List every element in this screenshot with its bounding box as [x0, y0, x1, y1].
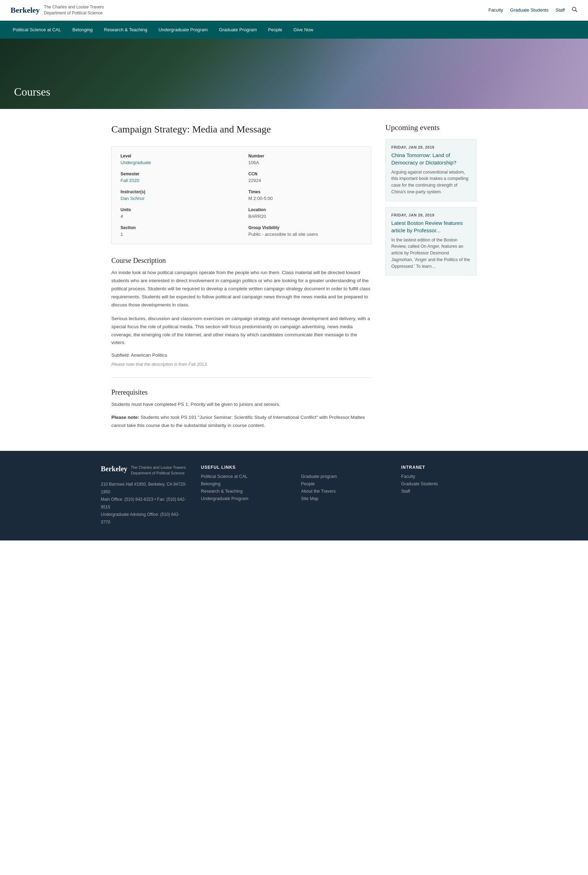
event-title-2[interactable]: Latest Boston Review features article by…: [391, 219, 471, 234]
info-times: Times M 2:00-5:00: [248, 189, 362, 201]
prereq-note: Please note: Students who took PS 191 "J…: [111, 414, 371, 430]
footer-info-col: Berkeley The Charles and Louise Travers …: [101, 465, 187, 526]
units-value: 4: [120, 214, 234, 219]
footer-logo: Berkeley The Charles and Louise Travers …: [101, 465, 187, 476]
instructor-value[interactable]: Dan Schnur: [120, 196, 234, 201]
footer-link-undergrad[interactable]: Undergraduate Program: [201, 496, 287, 501]
footer-intranet: INTRANET Faculty Graduate Students Staff: [401, 465, 487, 526]
nav-people[interactable]: People: [262, 21, 288, 39]
event-date-1: FRIDAY, JAN 29, 2019: [391, 145, 471, 149]
times-value: M 2:00-5:00: [248, 196, 362, 201]
footer-more-links: LINKS Graduate program People About the …: [301, 465, 387, 526]
description-p1: An inside look at how political campaign…: [111, 269, 371, 309]
info-section: Section 1: [120, 225, 234, 237]
ccn-value: 22924: [248, 178, 362, 183]
sidebar-title: Upcoming events: [386, 123, 477, 132]
footer-link-people[interactable]: People: [301, 482, 387, 486]
nav-graduate-program[interactable]: Graduate Program: [213, 21, 262, 39]
info-visibility: Group Visibility Public - accessible to …: [248, 225, 362, 237]
search-icon[interactable]: [572, 7, 578, 14]
course-title: Campaign Strategy: Media and Message: [111, 123, 371, 136]
prereq-section: Prerequisites Students must have complet…: [111, 388, 371, 430]
prereq-heading: Prerequisites: [111, 388, 371, 396]
intranet-title: INTRANET: [401, 465, 487, 470]
footer-link-research[interactable]: Research & Teaching: [201, 489, 287, 494]
number-value: 106A: [248, 160, 362, 165]
nav-belonging[interactable]: Belonging: [67, 21, 98, 39]
prereq-text: Students must have completed PS 1. Prior…: [111, 401, 371, 409]
course-content: Campaign Strategy: Media and Message Lev…: [111, 123, 371, 430]
event-desc-2: In the lastest edition of the Boston Rev…: [391, 237, 471, 270]
hero-section: Courses: [0, 39, 588, 109]
section-divider: [111, 377, 371, 378]
location-value: BARR20: [248, 214, 362, 219]
berkeley-logo: Berkeley: [10, 6, 40, 15]
faculty-link[interactable]: Faculty: [488, 8, 503, 13]
footer-intranet-grad-students[interactable]: Graduate Students: [401, 482, 487, 486]
graduate-students-link[interactable]: Graduate Students: [510, 8, 548, 13]
footer-address: 210 Barrows Hall #1950, Berkeley, CA 947…: [101, 481, 187, 527]
event-title-1[interactable]: China Tomorrow: Land of Democracy or Dic…: [391, 152, 471, 166]
useful-links-title: USEFUL LINKS: [201, 465, 287, 470]
description-p2: Serious lectures, discussion and classro…: [111, 315, 371, 347]
header-logo-area: Berkeley The Charles and Louise Travers …: [10, 4, 104, 16]
info-location: Location BARR20: [248, 207, 362, 219]
footer-link-about[interactable]: About the Travers: [301, 489, 387, 494]
site-header: Berkeley The Charles and Louise Travers …: [0, 0, 588, 21]
department-name: The Charles and Louise Travers Departmen…: [44, 4, 104, 16]
footer-link-belonging[interactable]: Belonging: [201, 482, 287, 486]
nav-research-teaching[interactable]: Research & Teaching: [98, 21, 153, 39]
nav-give-now[interactable]: Give Now: [288, 21, 319, 39]
nav-political-science[interactable]: Political Science at CAL: [7, 21, 67, 39]
info-units: Units 4: [120, 207, 234, 219]
main-nav: Political Science at CAL Belonging Resea…: [0, 21, 588, 39]
svg-point-0: [573, 8, 576, 11]
info-semester: Semester Fall 2020: [120, 171, 234, 183]
level-value[interactable]: Undergraduate: [120, 160, 234, 165]
info-number: Number 106A: [248, 153, 362, 165]
event-date-2: FRIDAY, JAN 29, 2019: [391, 213, 471, 217]
course-info-table: Level Undergraduate Number 106A Semester…: [111, 146, 371, 244]
footer-intranet-staff[interactable]: Staff: [401, 489, 487, 494]
event-desc-1: Arguing against conventional wisdom, thi…: [391, 169, 471, 195]
prereq-note-body: Students who took PS 191 "Junior Seminar…: [111, 415, 365, 428]
description-heading: Course Description: [111, 257, 371, 265]
info-level: Level Undergraduate: [120, 153, 234, 165]
footer-link-sitemap[interactable]: Site Map: [301, 496, 387, 501]
event-card-2: FRIDAY, JAN 29, 2019 Latest Boston Revie…: [386, 207, 477, 276]
header-nav: Faculty Graduate Students Staff: [488, 7, 578, 14]
footer-useful-links: USEFUL LINKS Political Science at CAL Be…: [201, 465, 287, 526]
hero-title: Courses: [14, 86, 50, 98]
subfield-text: Subfield: American Politics: [111, 353, 371, 358]
site-footer: Berkeley The Charles and Louise Travers …: [0, 451, 588, 540]
svg-line-1: [576, 11, 578, 12]
footer-link-polsci[interactable]: Political Science at CAL: [201, 474, 287, 479]
info-instructor: Instructor(s) Dan Schnur: [120, 189, 234, 201]
prereq-note-label: Please note:: [111, 415, 140, 420]
staff-link[interactable]: Staff: [555, 8, 565, 13]
footer-dept-name: The Charles and Louise Travers Departmen…: [131, 465, 186, 476]
footer-intranet-faculty[interactable]: Faculty: [401, 474, 487, 479]
nav-undergrad-program[interactable]: Undergraduate Program: [153, 21, 213, 39]
description-note: Please note that the description is from…: [111, 362, 371, 367]
main-content: Campaign Strategy: Media and Message Lev…: [101, 109, 487, 444]
sidebar: Upcoming events FRIDAY, JAN 29, 2019 Chi…: [386, 123, 477, 430]
section-value: 1: [120, 231, 234, 237]
semester-value[interactable]: Fall 2020: [120, 178, 234, 183]
info-ccn: CCN 22924: [248, 171, 362, 183]
visibility-value: Public - accessible to all site users: [248, 231, 362, 237]
footer-berkeley-logo: Berkeley: [101, 465, 128, 473]
event-card-1: FRIDAY, JAN 29, 2019 China Tomorrow: Lan…: [386, 139, 477, 201]
footer-link-grad-program[interactable]: Graduate program: [301, 474, 387, 479]
